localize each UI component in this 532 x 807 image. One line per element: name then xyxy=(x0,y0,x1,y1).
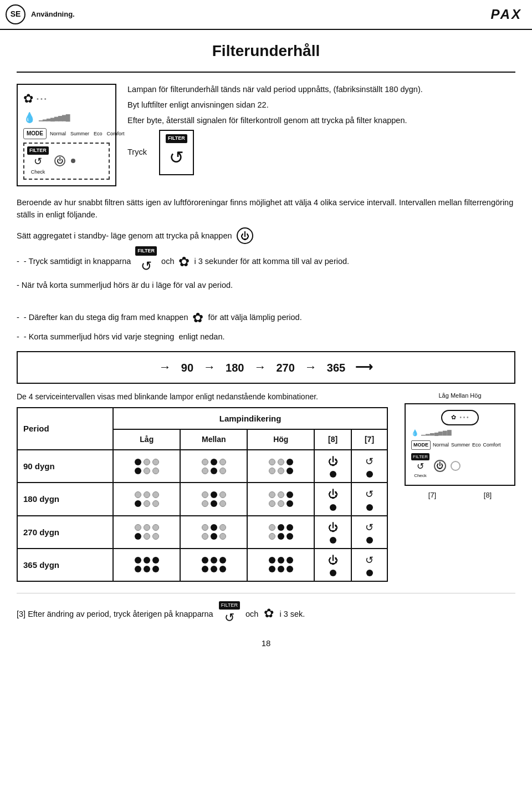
fan-ellipse: ✿ • • • xyxy=(441,410,478,425)
power-icon-180: ⏻ xyxy=(328,488,338,501)
power-icon-270: ⏻ xyxy=(328,521,338,535)
dot xyxy=(152,491,159,498)
dot xyxy=(144,468,150,474)
period-table-wrap: De 4 serviceintervallen visas med blinka… xyxy=(17,392,388,582)
dot xyxy=(278,533,284,540)
filter-button-box: FILTER ↺ xyxy=(159,130,194,175)
table-row: 365 dygn xyxy=(17,549,387,581)
power-icon-right: ⏻ xyxy=(436,461,443,471)
dot xyxy=(219,468,226,474)
page-number: 18 xyxy=(17,637,515,654)
dot xyxy=(144,557,150,564)
power-button: ⏻ xyxy=(237,227,253,244)
dot xyxy=(202,566,208,572)
arrow-3: → xyxy=(254,359,266,376)
hog-270 xyxy=(247,516,314,549)
korta-text: - Korta summerljud hörs vid varje stegni… xyxy=(24,331,175,343)
dot xyxy=(202,491,208,498)
dot xyxy=(219,533,226,540)
dot xyxy=(269,491,275,498)
dot xyxy=(219,524,226,531)
dot-filter xyxy=(366,504,373,511)
filter-label-right: FILTER xyxy=(411,453,429,460)
humidity-bars: ▁▂▃▄▅▆▇█ xyxy=(39,114,70,122)
dot xyxy=(219,557,226,564)
panel-right: ✿ • • • 💧 ▁▂▃▄▅▆▇ MODE Normal Summer Eco… xyxy=(405,403,515,485)
dot xyxy=(152,524,159,531)
dot xyxy=(211,500,217,507)
dot xyxy=(219,491,226,498)
footer-instruction: [3] Efter ändring av period, tryck återi… xyxy=(17,593,515,626)
fan2: • • • xyxy=(459,414,468,422)
col-lampind-header: Lampindikering xyxy=(113,408,387,429)
dot xyxy=(278,468,284,474)
mellan-90 xyxy=(180,450,247,483)
intro-p2: Byt luftfilter enligt anvisningen sidan … xyxy=(127,99,515,111)
och-text: och xyxy=(161,255,174,268)
filter-icon-365: ↺ xyxy=(365,554,374,567)
dot xyxy=(287,491,293,498)
period-table: Period Lampindikering Låg Mellan Hög [8]… xyxy=(17,407,388,582)
power-icon-90: ⏻ xyxy=(328,455,338,469)
dot xyxy=(211,468,217,474)
dot xyxy=(152,468,159,474)
dot xyxy=(152,459,159,465)
mode-summer: Summer xyxy=(451,441,470,449)
dot xyxy=(152,500,159,507)
filter-group-right: FILTER ↺ Check xyxy=(411,453,429,479)
header-title: Användning. xyxy=(31,9,75,19)
arrow-1: → xyxy=(159,359,171,376)
intro-section: ✿ • • • 💧 ▁▂▃▄▅▆▇█ MODE Normal Summer Ec… xyxy=(17,84,515,186)
col-period-header: Period xyxy=(17,408,113,450)
dot xyxy=(202,459,208,465)
power-icon: ⏻ xyxy=(241,229,249,243)
dot xyxy=(269,524,275,531)
for-att-text: för att välja lämplig period. xyxy=(208,311,301,324)
footer-och: och xyxy=(245,608,258,620)
btn7-180: ↺ xyxy=(351,483,387,515)
fan-icon-inline: ✿ xyxy=(178,251,190,272)
humidity-icon-right: 💧 xyxy=(411,429,419,437)
panel-bottom-row: FILTER ↺ Check ⏻ xyxy=(23,143,110,179)
dot xyxy=(219,566,226,572)
dot xyxy=(287,557,293,564)
dot xyxy=(135,557,141,564)
header-left: SE Användning. xyxy=(6,4,75,24)
tryck-text: - Tryck samtidigt in knapparna xyxy=(24,255,131,268)
fan-dots-top: • • • xyxy=(37,95,47,103)
de4-text: De 4 serviceintervallen visas med blinka… xyxy=(17,392,388,403)
panel-right-label: Låg Mellan Hög xyxy=(405,392,515,400)
arrow-5: ⟶ xyxy=(355,359,373,376)
nar-line: - När två korta summerljud hörs är du i … xyxy=(17,279,515,292)
filter-icon-180: ↺ xyxy=(365,488,374,501)
fan-icon-top: ✿ xyxy=(23,90,33,108)
dot xyxy=(144,491,150,498)
col-hog: Hög xyxy=(247,429,314,450)
dot xyxy=(144,533,150,540)
lag-180 xyxy=(113,483,180,515)
btn8-365: ⏻ xyxy=(314,549,351,581)
lag-90 xyxy=(113,450,180,483)
lag-270 xyxy=(113,516,180,549)
mellan-270 xyxy=(180,516,247,549)
humidity-icon: 💧 xyxy=(23,111,35,125)
dot-power xyxy=(330,537,336,544)
dot xyxy=(202,557,208,564)
filter-inline-box: FILTER ↺ xyxy=(135,246,157,277)
dot-filter xyxy=(366,471,373,478)
panel-right-section: Låg Mellan Hög ✿ • • • 💧 ▁▂▃▄▅▆▇ MODE xyxy=(405,392,515,500)
nar-text: - När två korta summerljud hörs är du i … xyxy=(17,279,233,292)
dot xyxy=(278,491,284,498)
dot xyxy=(211,557,217,564)
dot xyxy=(135,500,141,507)
panel-mode-row: MODE Normal Summer Eco Comfort xyxy=(23,128,110,139)
dot xyxy=(278,557,284,564)
dot xyxy=(202,524,208,531)
footer-filter-badge: FILTER xyxy=(219,601,240,610)
arrow-sequence: → 90 → 180 → 270 → 365 ⟶ xyxy=(17,351,515,384)
lag-365 xyxy=(113,549,180,581)
dot xyxy=(287,500,293,507)
dot xyxy=(211,459,217,465)
panel-top-row: ✿ • • • xyxy=(23,90,110,108)
enligt-text: enligt nedan. xyxy=(178,331,224,343)
